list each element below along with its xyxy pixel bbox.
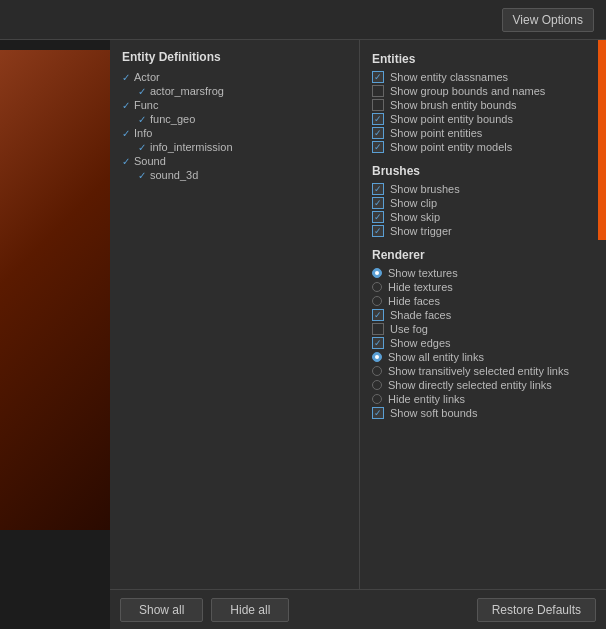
option-show-entity-classnames[interactable]: ✓ Show entity classnames: [360, 70, 606, 84]
check-actor-marsfrog: ✓: [138, 86, 146, 97]
label-hide-entity-links: Hide entity links: [388, 393, 465, 405]
checkbox-show-group-bounds-names: [372, 85, 384, 97]
option-use-fog[interactable]: Use fog: [360, 322, 606, 336]
option-show-point-entities[interactable]: ✓ Show point entities: [360, 126, 606, 140]
radio-show-transitively-selected-entity-links: [372, 366, 382, 376]
label-use-fog: Use fog: [390, 323, 428, 335]
option-show-soft-bounds[interactable]: ✓ Show soft bounds: [360, 406, 606, 420]
checkbox-show-trigger: ✓: [372, 225, 384, 237]
show-all-button[interactable]: Show all: [120, 598, 203, 622]
main-panel: Entity Definitions ✓ Actor ✓ actor_marsf…: [110, 40, 606, 629]
option-hide-entity-links[interactable]: Hide entity links: [360, 392, 606, 406]
tree-item-func-geo-label: func_geo: [150, 113, 195, 125]
option-show-skip[interactable]: ✓ Show skip: [360, 210, 606, 224]
label-shade-faces: Shade faces: [390, 309, 451, 321]
check-sound: ✓: [122, 156, 130, 167]
checkbox-show-point-entity-models: ✓: [372, 141, 384, 153]
renderer-section-header: Renderer: [360, 244, 606, 266]
check-info: ✓: [122, 128, 130, 139]
label-show-entity-classnames: Show entity classnames: [390, 71, 508, 83]
label-show-transitively-selected-entity-links: Show transitively selected entity links: [388, 365, 569, 377]
tree-item-sound-3d-label: sound_3d: [150, 169, 198, 181]
label-show-textures: Show textures: [388, 267, 458, 279]
tree-item-info-label: Info: [134, 127, 152, 139]
label-show-directly-selected-entity-links: Show directly selected entity links: [388, 379, 552, 391]
option-show-transitively-selected-entity-links[interactable]: Show transitively selected entity links: [360, 364, 606, 378]
label-show-trigger: Show trigger: [390, 225, 452, 237]
check-func-geo: ✓: [138, 114, 146, 125]
radio-show-all-entity-links: [372, 352, 382, 362]
brushes-section-header: Brushes: [360, 160, 606, 182]
checkbox-show-skip: ✓: [372, 211, 384, 223]
tree-item-actor-marsfrog-label: actor_marsfrog: [150, 85, 224, 97]
restore-defaults-button[interactable]: Restore Defaults: [477, 598, 596, 622]
option-show-brush-entity-bounds[interactable]: Show brush entity bounds: [360, 98, 606, 112]
tree-item-func-label: Func: [134, 99, 158, 111]
tree-item-info[interactable]: ✓ Info: [110, 126, 359, 140]
option-shade-faces[interactable]: ✓ Shade faces: [360, 308, 606, 322]
radio-show-textures: [372, 268, 382, 278]
option-show-all-entity-links[interactable]: Show all entity links: [360, 350, 606, 364]
tree-item-sound-3d[interactable]: ✓ sound_3d: [110, 168, 359, 182]
option-show-point-entity-bounds[interactable]: ✓ Show point entity bounds: [360, 112, 606, 126]
checkbox-show-soft-bounds: ✓: [372, 407, 384, 419]
tree-item-actor-label: Actor: [134, 71, 160, 83]
label-show-point-entity-bounds: Show point entity bounds: [390, 113, 513, 125]
label-show-edges: Show edges: [390, 337, 451, 349]
radio-show-directly-selected-entity-links: [372, 380, 382, 390]
radio-hide-textures: [372, 282, 382, 292]
label-hide-faces: Hide faces: [388, 295, 440, 307]
top-bar: View Options: [0, 0, 606, 40]
checkbox-show-point-entity-bounds: ✓: [372, 113, 384, 125]
label-show-soft-bounds: Show soft bounds: [390, 407, 477, 419]
label-hide-textures: Hide textures: [388, 281, 453, 293]
tree-item-sound-label: Sound: [134, 155, 166, 167]
checkbox-show-brushes: ✓: [372, 183, 384, 195]
checkbox-show-point-entities: ✓: [372, 127, 384, 139]
tree-item-info-intermission[interactable]: ✓ info_intermission: [110, 140, 359, 154]
label-show-skip: Show skip: [390, 211, 440, 223]
option-show-edges[interactable]: ✓ Show edges: [360, 336, 606, 350]
label-show-group-bounds-names: Show group bounds and names: [390, 85, 545, 97]
check-actor: ✓: [122, 72, 130, 83]
option-show-brushes[interactable]: ✓ Show brushes: [360, 182, 606, 196]
option-show-group-bounds-names[interactable]: Show group bounds and names: [360, 84, 606, 98]
option-show-point-entity-models[interactable]: ✓ Show point entity models: [360, 140, 606, 154]
options-panel: Entities ✓ Show entity classnames Show g…: [360, 40, 606, 589]
tree-item-sound[interactable]: ✓ Sound: [110, 154, 359, 168]
bottom-bar: Show all Hide all Restore Defaults: [110, 589, 606, 629]
label-show-clip: Show clip: [390, 197, 437, 209]
option-show-clip[interactable]: ✓ Show clip: [360, 196, 606, 210]
option-hide-textures[interactable]: Hide textures: [360, 280, 606, 294]
option-hide-faces[interactable]: Hide faces: [360, 294, 606, 308]
checkbox-shade-faces: ✓: [372, 309, 384, 321]
label-show-brush-entity-bounds: Show brush entity bounds: [390, 99, 517, 111]
3d-viewport-bg: [0, 50, 110, 530]
check-func: ✓: [122, 100, 130, 111]
hide-all-button[interactable]: Hide all: [211, 598, 289, 622]
label-show-all-entity-links: Show all entity links: [388, 351, 484, 363]
view-options-button[interactable]: View Options: [502, 8, 594, 32]
entity-definitions-header: Entity Definitions: [110, 48, 359, 70]
option-show-trigger[interactable]: ✓ Show trigger: [360, 224, 606, 238]
check-info-intermission: ✓: [138, 142, 146, 153]
radio-hide-entity-links: [372, 394, 382, 404]
option-show-textures[interactable]: Show textures: [360, 266, 606, 280]
entities-section-header: Entities: [360, 48, 606, 70]
panel-body: Entity Definitions ✓ Actor ✓ actor_marsf…: [110, 40, 606, 589]
tree-item-func-geo[interactable]: ✓ func_geo: [110, 112, 359, 126]
label-show-brushes: Show brushes: [390, 183, 460, 195]
tree-item-actor-marsfrog[interactable]: ✓ actor_marsfrog: [110, 84, 359, 98]
side-accent-strip: [598, 40, 606, 240]
tree-item-func[interactable]: ✓ Func: [110, 98, 359, 112]
checkbox-show-entity-classnames: ✓: [372, 71, 384, 83]
checkbox-show-clip: ✓: [372, 197, 384, 209]
tree-item-actor[interactable]: ✓ Actor: [110, 70, 359, 84]
entity-definitions-panel: Entity Definitions ✓ Actor ✓ actor_marsf…: [110, 40, 360, 589]
label-show-point-entities: Show point entities: [390, 127, 482, 139]
checkbox-show-edges: ✓: [372, 337, 384, 349]
tree-item-info-intermission-label: info_intermission: [150, 141, 233, 153]
check-sound-3d: ✓: [138, 170, 146, 181]
option-show-directly-selected-entity-links[interactable]: Show directly selected entity links: [360, 378, 606, 392]
label-show-point-entity-models: Show point entity models: [390, 141, 512, 153]
